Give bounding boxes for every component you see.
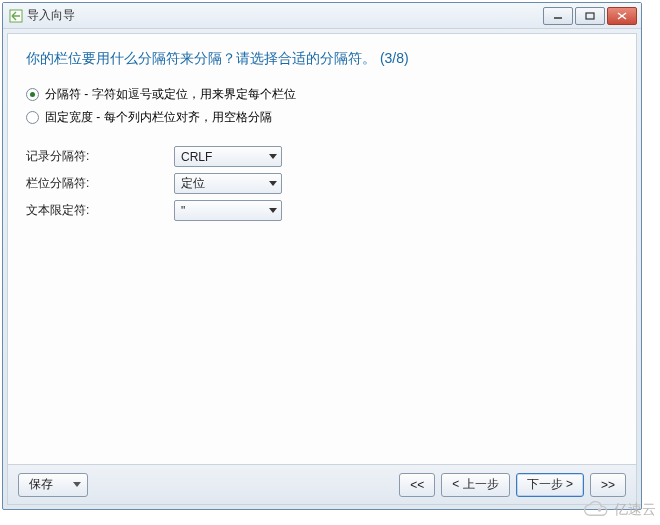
chevron-down-icon — [269, 181, 277, 186]
combo-record-separator-value: CRLF — [181, 150, 265, 164]
svg-rect-2 — [586, 13, 594, 19]
option-delimiter-label: 分隔符 - 字符如逗号或定位，用来界定每个栏位 — [45, 86, 296, 103]
first-button[interactable]: << — [399, 473, 435, 497]
chevron-down-icon — [269, 154, 277, 159]
row-text-qualifier: 文本限定符: " — [26, 200, 618, 221]
combo-field-separator[interactable]: 定位 — [174, 173, 282, 194]
content-area: 分隔符 - 字符如逗号或定位，用来界定每个栏位 固定宽度 - 每个列内栏位对齐，… — [8, 76, 636, 464]
option-delimiter[interactable]: 分隔符 - 字符如逗号或定位，用来界定每个栏位 — [26, 86, 618, 103]
chevron-down-icon — [269, 208, 277, 213]
prev-button[interactable]: < 上一步 — [441, 473, 509, 497]
next-button-label: 下一步 > — [527, 476, 573, 493]
maximize-button[interactable] — [575, 7, 605, 25]
label-record-separator: 记录分隔符: — [26, 148, 174, 165]
last-button-label: >> — [601, 478, 615, 492]
combo-text-qualifier[interactable]: " — [174, 200, 282, 221]
app-icon — [9, 9, 23, 23]
wizard-footer: 保存 << < 上一步 下一步 > >> — [8, 464, 636, 504]
option-fixed-width[interactable]: 固定宽度 - 每个列内栏位对齐，用空格分隔 — [26, 109, 618, 126]
wizard-window: 导入向导 你的栏位要用什么分隔符来分隔？请选择合适的分隔符。 (3/8) 分隔符… — [2, 2, 642, 510]
label-text-qualifier: 文本限定符: — [26, 202, 174, 219]
chevron-down-icon — [73, 482, 81, 487]
last-button[interactable]: >> — [590, 473, 626, 497]
row-field-separator: 栏位分隔符: 定位 — [26, 173, 618, 194]
page-heading: 你的栏位要用什么分隔符来分隔？请选择合适的分隔符。 (3/8) — [8, 34, 636, 76]
label-field-separator: 栏位分隔符: — [26, 175, 174, 192]
option-fixed-width-label: 固定宽度 - 每个列内栏位对齐，用空格分隔 — [45, 109, 272, 126]
wizard-body: 你的栏位要用什么分隔符来分隔？请选择合适的分隔符。 (3/8) 分隔符 - 字符… — [7, 33, 637, 505]
row-record-separator: 记录分隔符: CRLF — [26, 146, 618, 167]
first-button-label: << — [410, 478, 424, 492]
combo-field-separator-value: 定位 — [181, 175, 265, 192]
window-title: 导入向导 — [27, 7, 75, 24]
form-rows: 记录分隔符: CRLF 栏位分隔符: 定位 文本限定符: — [26, 146, 618, 221]
close-button[interactable] — [607, 7, 637, 25]
minimize-button[interactable] — [543, 7, 573, 25]
titlebar: 导入向导 — [3, 3, 641, 29]
next-button[interactable]: 下一步 > — [516, 473, 584, 497]
radio-fixed-width[interactable] — [26, 111, 39, 124]
save-button[interactable]: 保存 — [18, 473, 88, 497]
combo-record-separator[interactable]: CRLF — [174, 146, 282, 167]
save-button-label: 保存 — [29, 476, 53, 493]
combo-text-qualifier-value: " — [181, 204, 265, 218]
prev-button-label: < 上一步 — [452, 476, 498, 493]
radio-delimiter[interactable] — [26, 88, 39, 101]
